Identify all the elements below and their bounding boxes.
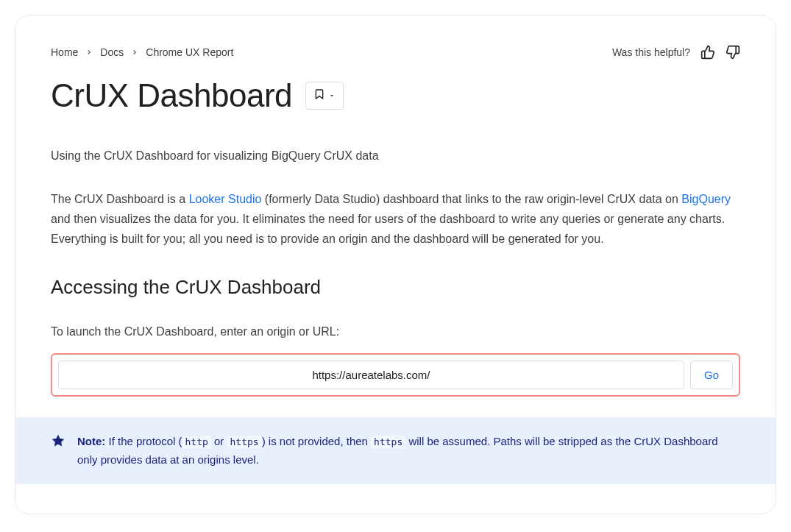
breadcrumb-home[interactable]: Home xyxy=(51,46,78,58)
page-title: CrUX Dashboard xyxy=(51,77,292,114)
breadcrumb-crux[interactable]: Chrome UX Report xyxy=(146,46,233,58)
chevron-right-icon xyxy=(131,46,138,59)
bookmark-icon xyxy=(313,88,325,103)
chevron-down-icon xyxy=(328,89,336,102)
thumbs-up-icon[interactable] xyxy=(700,45,715,60)
helpful-section: Was this helpful? xyxy=(612,45,740,60)
svg-marker-0 xyxy=(330,95,333,96)
breadcrumb: Home Docs Chrome UX Report xyxy=(51,46,233,59)
bookmark-button[interactable] xyxy=(305,82,344,110)
bigquery-link[interactable]: BigQuery xyxy=(681,193,731,205)
launch-instruction: To launch the CrUX Dashboard, enter an o… xyxy=(51,325,740,338)
origin-url-input[interactable] xyxy=(58,361,684,389)
chevron-right-icon xyxy=(85,46,93,59)
breadcrumb-docs[interactable]: Docs xyxy=(100,46,124,58)
section-heading-accessing: Accessing the CrUX Dashboard xyxy=(51,276,740,299)
note-text: Note: If the protocol (http or https) is… xyxy=(77,432,740,469)
note-box: Note: If the protocol (http or https) is… xyxy=(15,417,776,484)
go-button[interactable]: Go xyxy=(690,361,733,389)
star-icon xyxy=(51,433,65,451)
subtitle: Using the CrUX Dashboard for visualizing… xyxy=(51,149,740,163)
helpful-text: Was this helpful? xyxy=(612,46,690,58)
thumbs-down-icon[interactable] xyxy=(726,45,740,60)
intro-paragraph: The CrUX Dashboard is a Looker Studio (f… xyxy=(51,189,740,249)
looker-studio-link[interactable]: Looker Studio xyxy=(189,193,262,205)
svg-marker-1 xyxy=(52,434,65,446)
url-launch-box: Go xyxy=(51,353,740,397)
